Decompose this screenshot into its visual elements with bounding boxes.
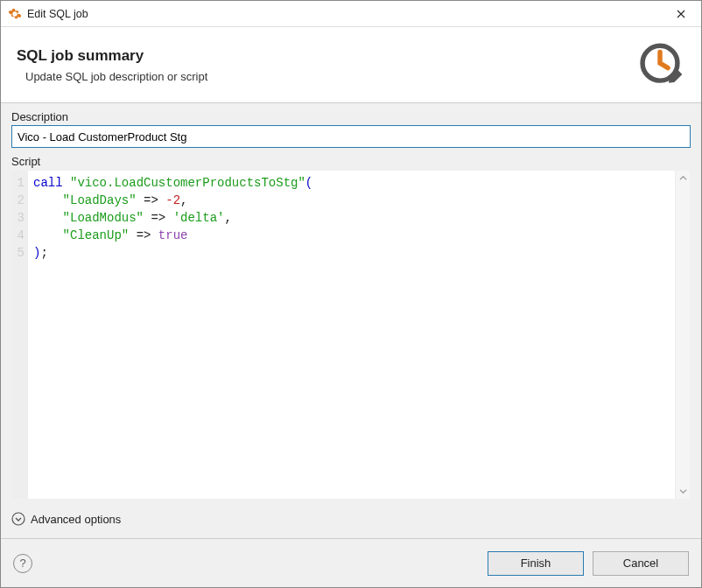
header-area: SQL job summary Update SQL job descripti… [1,27,701,103]
svg-point-1 [12,513,25,525]
window-title: Edit SQL job [27,8,661,20]
line-number: 1 [12,174,25,192]
cancel-button[interactable]: Cancel [593,551,689,576]
code-line[interactable]: "LoadDays" => -2, [33,192,670,209]
code-line[interactable]: call "vico.LoadCustomerProductsToStg"( [33,174,670,192]
help-icon: ? [19,556,25,570]
finish-button[interactable]: Finish [488,551,584,576]
close-button[interactable] [661,1,701,27]
code-line[interactable]: "CleanUp" => true [33,227,670,244]
page-title: SQL job summary [17,47,635,65]
script-label: Script [11,155,691,168]
line-number: 5 [12,244,25,262]
scrollbar-vertical[interactable] [675,171,690,499]
app-gear-icon [8,7,22,21]
chevron-down-circle-icon [11,512,25,526]
clock-edit-icon [635,39,685,90]
code-area[interactable]: call "vico.LoadCustomerProductsToStg"( "… [28,171,675,499]
page-subtitle: Update SQL job description or script [25,70,635,83]
code-line[interactable]: "LoadModus" => 'delta', [33,209,670,227]
header-text: SQL job summary Update SQL job descripti… [17,47,635,83]
scroll-up-icon[interactable] [676,171,691,186]
dialog-window: Edit SQL job SQL job summary Update SQL … [0,0,702,588]
footer: ? Finish Cancel [1,538,701,587]
description-label: Description [11,110,691,123]
script-editor[interactable]: 12345 call "vico.LoadCustomerProductsToS… [11,170,691,500]
titlebar: Edit SQL job [1,1,701,27]
code-line[interactable]: ); [33,244,670,262]
line-number: 3 [12,209,25,227]
line-number: 4 [12,227,25,244]
content-area: Description Script 12345 call "vico.Load… [1,103,701,538]
scroll-down-icon[interactable] [676,484,691,499]
advanced-options-toggle[interactable]: Advanced options [11,507,691,531]
description-input[interactable] [11,125,691,148]
line-number: 2 [12,192,25,209]
advanced-options-label: Advanced options [31,513,121,526]
help-button[interactable]: ? [13,554,32,573]
line-number-gutter: 12345 [12,171,28,499]
